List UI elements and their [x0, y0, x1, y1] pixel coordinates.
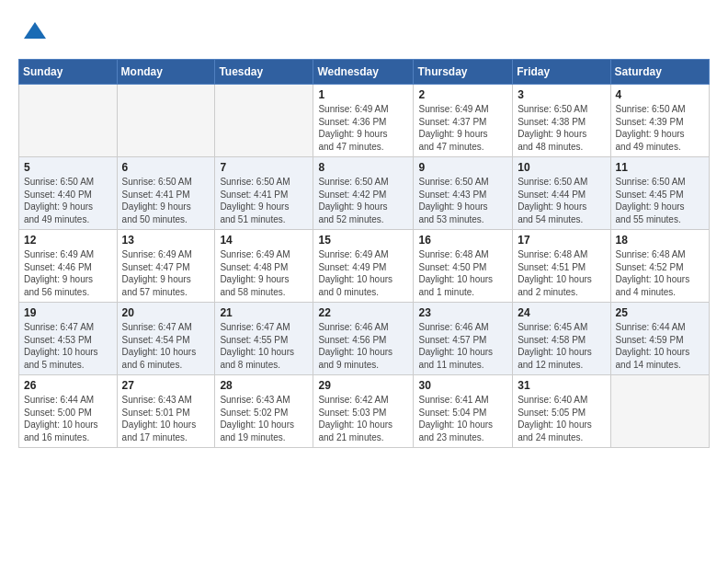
calendar-cell: 22Sunrise: 6:46 AM Sunset: 4:56 PM Dayli…: [313, 303, 414, 375]
day-info: Sunrise: 6:41 AM Sunset: 5:04 PM Dayligh…: [418, 394, 507, 443]
day-number: 1: [318, 88, 408, 101]
header-wednesday: Wednesday: [313, 60, 414, 85]
day-info: Sunrise: 6:44 AM Sunset: 5:00 PM Dayligh…: [24, 394, 112, 443]
calendar-cell: 24Sunrise: 6:45 AM Sunset: 4:58 PM Dayli…: [513, 303, 610, 375]
calendar-cell: 3Sunrise: 6:50 AM Sunset: 4:38 PM Daylig…: [513, 85, 610, 157]
day-info: Sunrise: 6:50 AM Sunset: 4:41 PM Dayligh…: [220, 176, 308, 225]
header-thursday: Thursday: [414, 60, 513, 85]
day-info: Sunrise: 6:43 AM Sunset: 5:02 PM Dayligh…: [220, 394, 308, 443]
day-info: Sunrise: 6:43 AM Sunset: 5:01 PM Dayligh…: [122, 394, 210, 443]
calendar-cell: 2Sunrise: 6:49 AM Sunset: 4:37 PM Daylig…: [414, 85, 513, 157]
logo: [18, 18, 48, 44]
day-number: 27: [122, 379, 210, 392]
day-number: 21: [220, 306, 308, 319]
day-info: Sunrise: 6:45 AM Sunset: 4:58 PM Dayligh…: [518, 321, 605, 371]
calendar-cell: 20Sunrise: 6:47 AM Sunset: 4:54 PM Dayli…: [117, 303, 215, 375]
day-number: 23: [418, 306, 507, 319]
svg-marker-0: [24, 22, 46, 39]
calendar-cell: 23Sunrise: 6:46 AM Sunset: 4:57 PM Dayli…: [414, 303, 513, 375]
day-info: Sunrise: 6:50 AM Sunset: 4:38 PM Dayligh…: [518, 103, 605, 153]
day-info: Sunrise: 6:49 AM Sunset: 4:49 PM Dayligh…: [318, 248, 408, 298]
calendar-cell: 13Sunrise: 6:49 AM Sunset: 4:47 PM Dayli…: [117, 230, 215, 303]
day-number: 31: [518, 379, 605, 392]
day-info: Sunrise: 6:48 AM Sunset: 4:52 PM Dayligh…: [616, 248, 704, 298]
day-number: 16: [418, 234, 507, 247]
day-info: Sunrise: 6:48 AM Sunset: 4:51 PM Dayligh…: [518, 248, 605, 298]
day-number: 30: [418, 379, 507, 392]
header-friday: Friday: [513, 60, 610, 85]
day-info: Sunrise: 6:50 AM Sunset: 4:42 PM Dayligh…: [318, 176, 408, 225]
calendar-cell: 29Sunrise: 6:42 AM Sunset: 5:03 PM Dayli…: [313, 375, 414, 448]
day-number: 18: [616, 234, 704, 247]
day-info: Sunrise: 6:47 AM Sunset: 4:54 PM Dayligh…: [122, 321, 210, 371]
day-info: Sunrise: 6:50 AM Sunset: 4:40 PM Dayligh…: [24, 176, 112, 225]
day-info: Sunrise: 6:47 AM Sunset: 4:53 PM Dayligh…: [24, 321, 112, 371]
calendar-cell: 25Sunrise: 6:44 AM Sunset: 4:59 PM Dayli…: [610, 303, 709, 375]
day-info: Sunrise: 6:50 AM Sunset: 4:43 PM Dayligh…: [418, 176, 507, 225]
calendar-cell: 5Sunrise: 6:50 AM Sunset: 4:40 PM Daylig…: [19, 157, 118, 230]
day-info: Sunrise: 6:49 AM Sunset: 4:47 PM Dayligh…: [122, 248, 210, 298]
day-number: 28: [220, 379, 308, 392]
calendar-table: SundayMondayTuesdayWednesdayThursdayFrid…: [18, 59, 710, 448]
calendar-cell: 8Sunrise: 6:50 AM Sunset: 4:42 PM Daylig…: [313, 157, 414, 230]
calendar-cell: 15Sunrise: 6:49 AM Sunset: 4:49 PM Dayli…: [313, 230, 414, 303]
calendar-week-row: 26Sunrise: 6:44 AM Sunset: 5:00 PM Dayli…: [19, 375, 710, 448]
calendar-cell: 21Sunrise: 6:47 AM Sunset: 4:55 PM Dayli…: [215, 303, 313, 375]
day-info: Sunrise: 6:49 AM Sunset: 4:46 PM Dayligh…: [24, 248, 112, 298]
header-tuesday: Tuesday: [215, 60, 313, 85]
calendar-cell: 11Sunrise: 6:50 AM Sunset: 4:45 PM Dayli…: [610, 157, 709, 230]
day-number: 17: [518, 234, 605, 247]
day-info: Sunrise: 6:50 AM Sunset: 4:44 PM Dayligh…: [518, 176, 605, 225]
day-info: Sunrise: 6:46 AM Sunset: 4:56 PM Dayligh…: [318, 321, 408, 371]
calendar-cell: [19, 85, 118, 157]
calendar-cell: 30Sunrise: 6:41 AM Sunset: 5:04 PM Dayli…: [414, 375, 513, 448]
calendar-cell: 27Sunrise: 6:43 AM Sunset: 5:01 PM Dayli…: [117, 375, 215, 448]
calendar-cell: 26Sunrise: 6:44 AM Sunset: 5:00 PM Dayli…: [19, 375, 118, 448]
day-number: 9: [418, 161, 507, 174]
day-info: Sunrise: 6:49 AM Sunset: 4:37 PM Dayligh…: [418, 103, 507, 153]
day-number: 7: [220, 161, 308, 174]
day-info: Sunrise: 6:40 AM Sunset: 5:05 PM Dayligh…: [518, 394, 605, 443]
day-number: 13: [122, 234, 210, 247]
day-number: 11: [616, 161, 704, 174]
calendar-week-row: 1Sunrise: 6:49 AM Sunset: 4:36 PM Daylig…: [19, 85, 710, 157]
day-info: Sunrise: 6:46 AM Sunset: 4:57 PM Dayligh…: [418, 321, 507, 371]
day-number: 5: [24, 161, 112, 174]
calendar-cell: 1Sunrise: 6:49 AM Sunset: 4:36 PM Daylig…: [313, 85, 414, 157]
day-number: 19: [24, 306, 112, 319]
day-number: 26: [24, 379, 112, 392]
page-header: [18, 18, 710, 44]
day-number: 29: [318, 379, 408, 392]
day-number: 6: [122, 161, 210, 174]
day-number: 2: [418, 88, 507, 101]
header-saturday: Saturday: [610, 60, 709, 85]
calendar-cell: [117, 85, 215, 157]
day-info: Sunrise: 6:50 AM Sunset: 4:41 PM Dayligh…: [122, 176, 210, 225]
day-info: Sunrise: 6:47 AM Sunset: 4:55 PM Dayligh…: [220, 321, 308, 371]
day-number: 25: [616, 306, 704, 319]
day-number: 10: [518, 161, 605, 174]
day-info: Sunrise: 6:50 AM Sunset: 4:39 PM Dayligh…: [616, 103, 704, 153]
day-number: 4: [616, 88, 704, 101]
logo-icon: [22, 18, 48, 44]
day-info: Sunrise: 6:49 AM Sunset: 4:48 PM Dayligh…: [220, 248, 308, 298]
day-info: Sunrise: 6:42 AM Sunset: 5:03 PM Dayligh…: [318, 394, 408, 443]
day-number: 24: [518, 306, 605, 319]
day-info: Sunrise: 6:44 AM Sunset: 4:59 PM Dayligh…: [616, 321, 704, 371]
calendar-cell: 12Sunrise: 6:49 AM Sunset: 4:46 PM Dayli…: [19, 230, 118, 303]
day-number: 3: [518, 88, 605, 101]
calendar-cell: 31Sunrise: 6:40 AM Sunset: 5:05 PM Dayli…: [513, 375, 610, 448]
calendar-cell: 19Sunrise: 6:47 AM Sunset: 4:53 PM Dayli…: [19, 303, 118, 375]
calendar-cell: 18Sunrise: 6:48 AM Sunset: 4:52 PM Dayli…: [610, 230, 709, 303]
calendar-cell: [610, 375, 709, 448]
day-info: Sunrise: 6:50 AM Sunset: 4:45 PM Dayligh…: [616, 176, 704, 225]
day-info: Sunrise: 6:48 AM Sunset: 4:50 PM Dayligh…: [418, 248, 507, 298]
calendar-week-row: 5Sunrise: 6:50 AM Sunset: 4:40 PM Daylig…: [19, 157, 710, 230]
day-number: 15: [318, 234, 408, 247]
calendar-header-row: SundayMondayTuesdayWednesdayThursdayFrid…: [19, 60, 710, 85]
calendar-cell: 14Sunrise: 6:49 AM Sunset: 4:48 PM Dayli…: [215, 230, 313, 303]
day-number: 20: [122, 306, 210, 319]
day-info: Sunrise: 6:49 AM Sunset: 4:36 PM Dayligh…: [318, 103, 408, 153]
calendar-week-row: 12Sunrise: 6:49 AM Sunset: 4:46 PM Dayli…: [19, 230, 710, 303]
day-number: 14: [220, 234, 308, 247]
